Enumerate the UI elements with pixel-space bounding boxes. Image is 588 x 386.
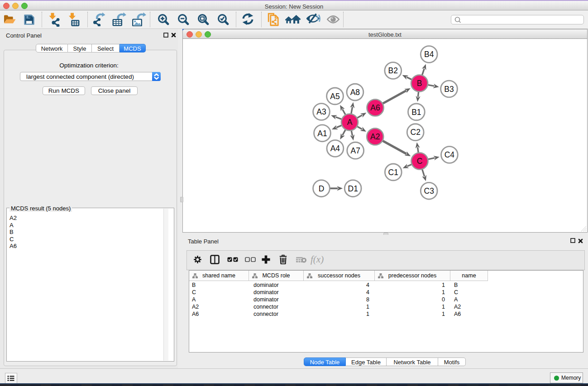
svg-text:B2: B2 [388,66,398,75]
svg-text:C: C [417,157,423,166]
svg-text:B3: B3 [444,85,454,94]
svg-text:A2: A2 [370,132,380,141]
svg-text:A: A [347,118,353,127]
svg-text:B4: B4 [424,50,434,59]
svg-text:D1: D1 [348,184,358,193]
svg-text:C1: C1 [388,168,398,177]
svg-text:A7: A7 [350,146,360,155]
svg-text:A1: A1 [317,129,327,138]
svg-text:C4: C4 [445,150,455,159]
svg-text:A4: A4 [330,144,340,153]
svg-text:A8: A8 [350,88,360,97]
svg-text:D: D [319,184,325,193]
svg-text:A6: A6 [370,103,380,112]
svg-text:C2: C2 [411,128,421,137]
svg-text:B1: B1 [411,108,421,117]
svg-text:A3: A3 [316,107,326,116]
svg-text:A5: A5 [330,92,339,101]
svg-text:C3: C3 [424,186,434,195]
svg-text:B: B [417,79,422,88]
